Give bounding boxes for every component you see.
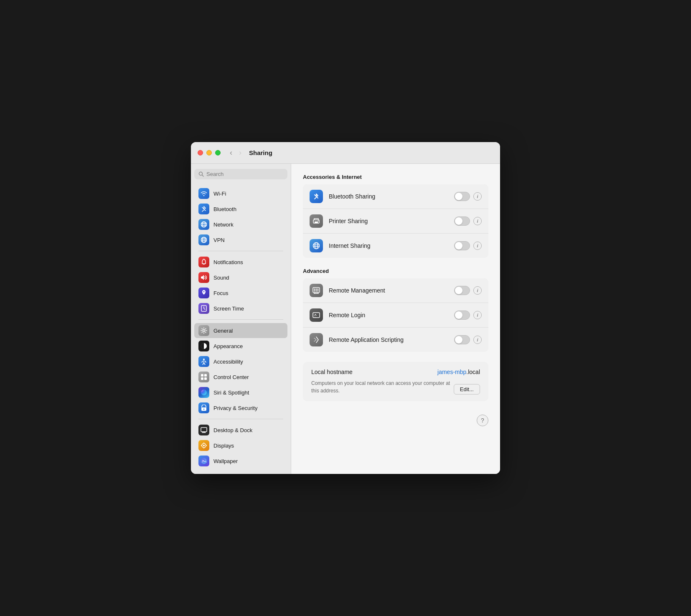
- sidebar-item-sound[interactable]: Sound: [194, 270, 287, 285]
- sidebar-item-label-sound: Sound: [213, 275, 229, 281]
- screentime-icon: [198, 303, 209, 314]
- sidebar-item-network[interactable]: Network: [194, 217, 287, 232]
- maximize-button[interactable]: [215, 150, 221, 155]
- svg-point-33: [203, 460, 203, 461]
- sidebar-item-label-wifi: Wi-Fi: [213, 191, 226, 197]
- remote-login-row: _ Remote Login i: [303, 303, 488, 328]
- internet-sharing-toggle[interactable]: [454, 241, 470, 250]
- svg-point-19: [201, 389, 207, 395]
- remote-management-icon: [310, 284, 323, 297]
- hostname-description: Computers on your local network can acce…: [311, 379, 454, 395]
- hostname-name: james-mbp: [437, 369, 466, 375]
- svg-line-1: [202, 175, 204, 177]
- sidebar-item-screentime[interactable]: Screen Time: [194, 301, 287, 316]
- sidebar-item-displays[interactable]: Displays: [194, 438, 287, 453]
- remote-management-label: Remote Management: [329, 287, 448, 294]
- sidebar-item-bluetooth[interactable]: Bluetooth: [194, 201, 287, 216]
- bluetooth-sharing-row: Bluetooth Sharing i: [303, 184, 488, 209]
- hostname-edit-button[interactable]: Edit...: [454, 384, 480, 395]
- help-button[interactable]: ?: [477, 415, 488, 426]
- svg-point-36: [318, 221, 319, 221]
- sidebar-item-notifications[interactable]: Notifications: [194, 255, 287, 270]
- internet-sharing-controls: i: [454, 241, 482, 250]
- nav-buttons: ‹ ›: [227, 148, 244, 158]
- hostname-section: Local hostname james-mbp.local Computers…: [303, 362, 488, 401]
- bluetooth-sharing-label: Bluetooth Sharing: [329, 193, 448, 200]
- internet-sharing-info[interactable]: i: [473, 242, 482, 250]
- bluetooth-sharing-info[interactable]: i: [473, 192, 482, 201]
- remote-scripting-info[interactable]: i: [473, 336, 482, 344]
- sidebar-item-appearance[interactable]: Appearance: [194, 339, 287, 354]
- svg-point-2: [201, 222, 207, 227]
- internet-sharing-label: Internet Sharing: [329, 242, 448, 249]
- printer-sharing-controls: i: [454, 216, 482, 226]
- sidebar-item-label-wallpaper: Wallpaper: [213, 458, 238, 464]
- focus-icon: [198, 288, 209, 298]
- sidebar-item-desktop[interactable]: Desktop & Dock: [194, 423, 287, 438]
- svg-rect-18: [204, 377, 207, 380]
- forward-button[interactable]: ›: [236, 148, 244, 158]
- remote-management-toggle[interactable]: [454, 286, 470, 295]
- search-bar[interactable]: [194, 169, 287, 179]
- notifications-icon: [198, 257, 209, 267]
- remote-management-info[interactable]: i: [473, 286, 482, 295]
- desktop-icon: [198, 425, 209, 435]
- wifi-icon: [198, 188, 209, 199]
- search-input[interactable]: [206, 171, 283, 177]
- svg-rect-15: [201, 374, 203, 377]
- sidebar-item-focus[interactable]: Focus: [194, 285, 287, 300]
- hostname-footer: Computers on your local network can acce…: [311, 379, 480, 395]
- sidebar-item-siri[interactable]: Siri & Spotlight: [194, 385, 287, 400]
- sidebar-item-vpn[interactable]: VPN: [194, 232, 287, 247]
- window-content: Wi-Fi Bluetooth: [191, 164, 500, 474]
- sidebar-item-wifi[interactable]: Wi-Fi: [194, 186, 287, 201]
- remote-scripting-toggle[interactable]: [454, 335, 470, 344]
- search-icon: [198, 171, 204, 177]
- svg-point-27: [203, 445, 205, 446]
- sidebar-item-label-controlcenter: Control Center: [213, 374, 249, 380]
- remote-login-toggle[interactable]: [454, 311, 470, 320]
- minimize-button[interactable]: [206, 150, 212, 155]
- sidebar-item-label-siri: Siri & Spotlight: [213, 389, 249, 396]
- svg-point-38: [315, 243, 318, 249]
- printer-sharing-icon: [310, 214, 323, 228]
- sidebar-item-label-network: Network: [213, 221, 234, 228]
- remote-scripting-label: Remote Application Scripting: [329, 336, 448, 343]
- sidebar-item-accessibility[interactable]: Accessibility: [194, 354, 287, 369]
- svg-point-44: [316, 289, 317, 290]
- sidebar-divider-3: [198, 419, 283, 419]
- close-button[interactable]: [198, 150, 203, 155]
- wallpaper-icon: [198, 456, 209, 466]
- printer-sharing-toggle[interactable]: [454, 216, 470, 226]
- sidebar-item-label-notifications: Notifications: [213, 259, 243, 265]
- svg-point-47: [318, 290, 319, 292]
- sidebar-item-general[interactable]: General: [194, 323, 287, 338]
- titlebar: ‹ › Sharing: [191, 142, 500, 164]
- svg-point-37: [313, 243, 320, 249]
- bluetooth-sharing-toggle[interactable]: [454, 192, 470, 201]
- privacy-icon: [198, 402, 209, 413]
- sidebar-item-privacy[interactable]: Privacy & Security: [194, 400, 287, 415]
- hostname-label: Local hostname: [311, 369, 353, 375]
- remote-login-icon: _: [310, 308, 323, 322]
- svg-point-21: [203, 409, 205, 410]
- printer-sharing-info[interactable]: i: [473, 217, 482, 225]
- sidebar-item-label-screentime: Screen Time: [213, 305, 244, 312]
- svg-rect-22: [201, 428, 207, 432]
- remote-login-info[interactable]: i: [473, 311, 482, 319]
- hostname-suffix: .local: [466, 369, 480, 375]
- svg-rect-17: [201, 377, 203, 380]
- bluetooth-icon: [198, 204, 209, 214]
- sidebar-item-wallpaper[interactable]: Wallpaper: [194, 453, 287, 468]
- system-preferences-window: ‹ › Sharing: [191, 142, 500, 474]
- remote-scripting-row: Remote Application Scripting i: [303, 328, 488, 352]
- sidebar-divider-1: [198, 251, 283, 251]
- sidebar-item-controlcenter[interactable]: Control Center: [194, 369, 287, 384]
- sound-icon: [198, 272, 209, 283]
- printer-sharing-label: Printer Sharing: [329, 218, 448, 224]
- sidebar-item-label-appearance: Appearance: [213, 343, 243, 349]
- sidebar: Wi-Fi Bluetooth: [191, 164, 291, 474]
- remote-login-controls: i: [454, 311, 482, 320]
- window-title: Sharing: [249, 149, 272, 156]
- back-button[interactable]: ‹: [227, 148, 235, 158]
